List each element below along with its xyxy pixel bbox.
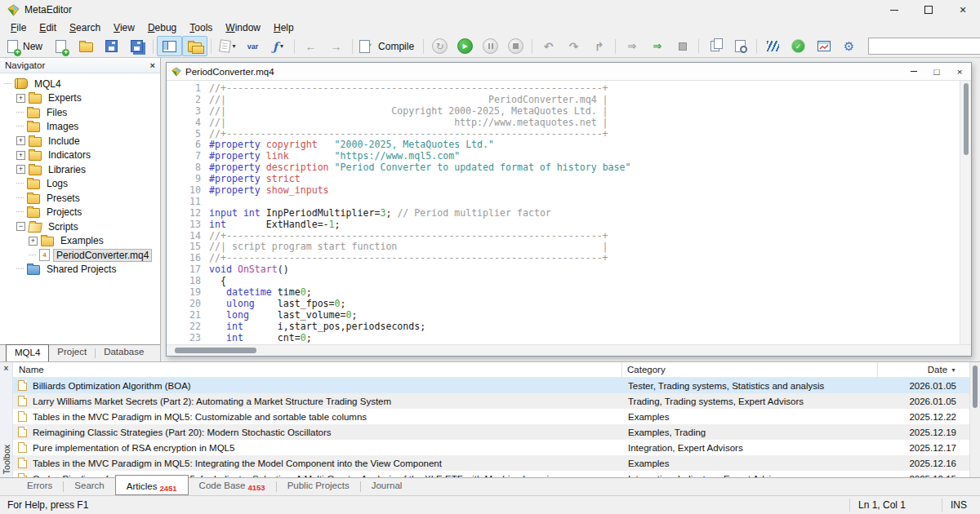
editor-horizontal-scrollbar[interactable] [167,344,971,356]
toolbox-tab-public-projects[interactable]: Public Projects [277,478,360,495]
insert-var-button[interactable]: var [240,36,265,56]
tree-item-mql4[interactable]: MQL4 [0,77,160,91]
code-line-22[interactable]: 22 int i,start_pos,periodseconds; [167,321,960,333]
code-line-23[interactable]: 23 int cnt=0; [167,333,960,344]
code-line-20[interactable]: 20 ulong last_fpos=0; [167,299,960,310]
code-line-13[interactable]: 13int ExtHandle=-1; [167,219,960,231]
settings-button[interactable]: ⚙ [836,36,862,56]
menu-debug[interactable]: Debug [141,21,183,34]
menu-help[interactable]: Help [267,21,301,34]
step-over-button[interactable]: ↷ [561,36,586,56]
tree-item-include[interactable]: +Include [0,134,160,148]
code-line-15[interactable]: 15//| script program start function | [167,241,960,253]
navigator-toggle-button[interactable] [157,36,182,56]
editor-maximize-button[interactable]: □ [925,63,948,80]
toolbox-toggle-button[interactable] [182,36,207,56]
tree-item-presets[interactable]: Presets [0,191,160,206]
search-in-files-button[interactable] [728,36,753,56]
column-header-date[interactable]: Date▼ [878,362,969,377]
tree-item-libraries[interactable]: +Libraries [0,162,160,177]
code-line-8[interactable]: 8#property description "Period Converter… [167,162,960,174]
scrollbar-thumb[interactable] [973,366,978,408]
stop-debug-button[interactable] [503,36,528,56]
tree-item-periodconverter-mq4[interactable]: 4PeriodConverter.mq4 [0,248,160,263]
expand-icon[interactable]: + [16,94,25,103]
code-line-19[interactable]: 19 datetime time0; [167,287,960,299]
menu-window[interactable]: Window [219,21,267,34]
templates-button[interactable]: ▾ [215,36,240,56]
toolbox-tab-errors[interactable]: Errors [16,478,63,495]
save-button[interactable] [99,36,124,56]
step-out-button[interactable]: ↱ [586,36,612,56]
scrollbar-thumb[interactable] [964,83,969,155]
editor-minimize-button[interactable] [902,63,925,80]
expand-icon[interactable]: + [16,151,25,160]
show-next-statement-button[interactable]: ⇒ [619,36,644,56]
tree-item-scripts[interactable]: −Scripts [0,219,160,234]
new-project-button[interactable] [48,36,74,56]
collapse-icon[interactable]: − [16,222,25,231]
menu-edit[interactable]: Edit [33,21,63,34]
code-line-3[interactable]: 3//| Copyright 2000-2025, MetaQuotes Ltd… [167,106,960,117]
expand-icon[interactable]: + [16,136,25,145]
code-line-5[interactable]: 5//+------------------------------------… [167,129,960,140]
editor-close-button[interactable]: × [948,63,971,80]
charts-button[interactable] [811,36,836,56]
toolbox-close-icon[interactable]: × [4,364,9,373]
article-row[interactable]: Reimagining Classic Strategies (Part 20)… [13,424,969,440]
close-button[interactable]: × [946,0,980,20]
code-line-11[interactable]: 11 [167,197,960,208]
code-line-18[interactable]: 18 { [167,276,960,287]
copy-button[interactable] [702,36,728,56]
code-line-1[interactable]: 1//+------------------------------------… [167,83,960,95]
code-line-2[interactable]: 2//| PeriodConverter.mq4 | [167,95,960,106]
back-button[interactable]: ← [298,36,323,56]
menu-file[interactable]: File [4,21,33,34]
code-line-12[interactable]: 12input int InpPeriodMultiplier=3; // Pe… [167,208,960,219]
search-input[interactable] [873,41,980,52]
code-line-21[interactable]: 21 long last_volume=0; [167,310,960,321]
toolbox-tab-journal[interactable]: Journal [361,478,413,495]
code-line-16[interactable]: 16//+-----------------------------------… [167,253,960,264]
validate-button[interactable]: ✓ [786,36,811,56]
editor-title-bar[interactable]: PeriodConverter.mq4 □ × [167,63,971,81]
tree-item-shared-projects[interactable]: Shared Projects [0,263,160,277]
forward-button[interactable]: → [323,36,349,56]
editor-vertical-scrollbar[interactable] [960,81,971,344]
tree-item-logs[interactable]: Logs [0,177,160,192]
expand-icon[interactable]: + [29,237,38,246]
code-line-14[interactable]: 14//+-----------------------------------… [167,231,960,242]
navigator-tab-mql4[interactable]: MQL4 [6,344,49,361]
article-row[interactable]: Larry Williams Market Secrets (Part 2): … [13,393,969,409]
toolbox-tab-search[interactable]: Search [64,478,114,495]
publish-button[interactable] [124,36,149,56]
toolbox-tab-code-base[interactable]: Code Base4153 [189,478,276,495]
toolbox-scrollbar[interactable] [969,362,980,477]
column-header-name[interactable]: Name [13,362,622,377]
article-row[interactable]: Pure implementation of RSA encryption in… [13,440,969,455]
navigator-tab-project[interactable]: Project [49,345,95,361]
minimize-button[interactable] [877,0,911,20]
start-debug-button[interactable]: ▶ [452,36,478,56]
tree-item-projects[interactable]: Projects [0,206,160,220]
column-header-category[interactable]: Category [622,362,878,377]
article-row[interactable]: Tables in the MVC Paradigm in MQL5: Cust… [13,409,969,424]
open-button[interactable] [74,36,99,56]
toolbox-tab-articles[interactable]: Articles2451 [115,475,189,495]
tree-item-images[interactable]: Images [0,120,160,135]
code-line-7[interactable]: 7#property link "https://www.mql5.com" [167,151,960,162]
menu-tools[interactable]: Tools [183,21,219,34]
step-into-button[interactable]: ↶ [536,36,561,56]
tree-item-experts[interactable]: +Experts [0,91,160,106]
run-to-cursor-button[interactable]: ⇒ [644,36,670,56]
menu-view[interactable]: View [107,21,141,34]
expand-icon[interactable]: + [16,165,25,174]
navigator-close-icon[interactable]: × [150,60,155,70]
debug-history-button[interactable]: ↻ [427,36,452,56]
tree-item-files[interactable]: Files [0,105,160,120]
code-line-4[interactable]: 4//| http://www.metaquotes.net | [167,117,960,129]
toggle-breakpoint-button[interactable] [670,36,695,56]
code-line-10[interactable]: 10#property show_inputs [167,185,960,197]
menu-search[interactable]: Search [63,21,107,34]
new-file-button[interactable]: New [4,36,48,56]
